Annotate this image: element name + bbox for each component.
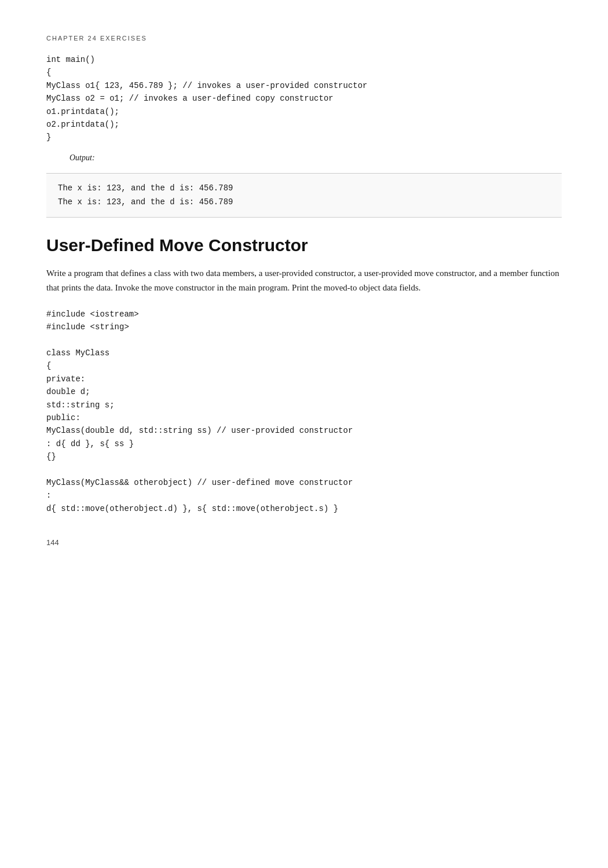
main-code-line-6: double d; bbox=[46, 385, 562, 398]
main-code-line-blank1 bbox=[46, 334, 562, 347]
section-title: User-Defined Move Constructor bbox=[46, 235, 562, 256]
code-line-5: o1.printdata(); bbox=[46, 105, 562, 118]
code-line-4: MyClass o2 = o1; // invokes a user-defin… bbox=[46, 92, 562, 105]
main-code-line-blank2 bbox=[46, 464, 562, 476]
output-line-1: The x is: 123, and the d is: 456.789 bbox=[58, 182, 550, 196]
main-code-line-12: MyClass(MyClass&& otherobject) // user-d… bbox=[46, 476, 562, 489]
main-code-line-8: public: bbox=[46, 411, 562, 424]
main-code-line-7: std::string s; bbox=[46, 399, 562, 411]
main-code-line-13: : bbox=[46, 489, 562, 502]
code-line-6: o2.printdata(); bbox=[46, 118, 562, 131]
main-code-line-11: {} bbox=[46, 450, 562, 463]
main-code-line-3: class MyClass bbox=[46, 347, 562, 359]
output-box: The x is: 123, and the d is: 456.789 The… bbox=[46, 173, 562, 218]
top-code-block: int main() { MyClass o1{ 123, 456.789 };… bbox=[46, 53, 562, 144]
code-line-7: } bbox=[46, 131, 562, 144]
main-code-line-2: #include <string> bbox=[46, 321, 562, 333]
section-description: Write a program that defines a class wit… bbox=[46, 266, 562, 295]
output-label: Output: bbox=[69, 153, 562, 163]
output-line-2: The x is: 123, and the d is: 456.789 bbox=[58, 196, 550, 209]
chapter-header: CHAPTER 24 EXERCISES bbox=[46, 35, 562, 42]
main-code-line-9: MyClass(double dd, std::string ss) // us… bbox=[46, 424, 562, 437]
page-number: 144 bbox=[46, 538, 562, 547]
code-line-1: int main() bbox=[46, 53, 562, 66]
main-code-line-5: private: bbox=[46, 373, 562, 385]
main-code-line-14: d{ std::move(otherobject.d) }, s{ std::m… bbox=[46, 502, 562, 515]
main-code-line-4: { bbox=[46, 359, 562, 372]
main-code-line-10: : d{ dd }, s{ ss } bbox=[46, 437, 562, 450]
main-code-line-1: #include <iostream> bbox=[46, 308, 562, 321]
main-code-block: #include <iostream> #include <string> cl… bbox=[46, 308, 562, 515]
code-line-2: { bbox=[46, 66, 562, 79]
code-line-3: MyClass o1{ 123, 456.789 }; // invokes a… bbox=[46, 79, 562, 92]
